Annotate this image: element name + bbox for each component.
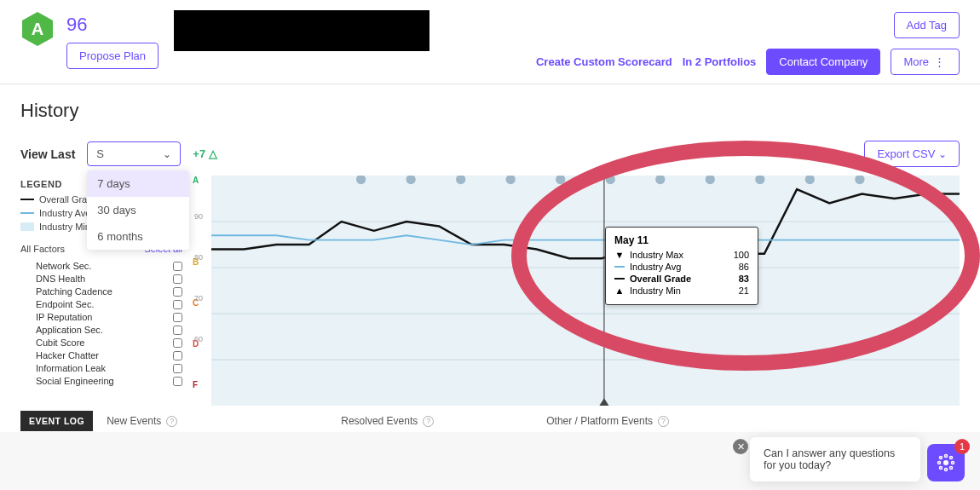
event-log-badge: EVENT LOG bbox=[20, 411, 93, 431]
chevron-down-icon: ⌄ bbox=[938, 148, 947, 160]
factor-label: Network Sec. bbox=[36, 261, 91, 271]
factor-row: Endpoint Sec. bbox=[36, 299, 182, 309]
score-delta: +7 △ bbox=[193, 147, 216, 160]
factor-checkbox[interactable] bbox=[173, 313, 182, 322]
factor-row: Cubit Score bbox=[36, 337, 182, 348]
factor-checkbox[interactable] bbox=[173, 326, 182, 335]
chat-prompt-text: Can I answer any questions for you today… bbox=[764, 447, 895, 471]
factor-checkbox[interactable] bbox=[173, 364, 182, 373]
all-factors-label: All Factors bbox=[20, 244, 65, 254]
factor-row: Application Sec. bbox=[36, 325, 182, 335]
chat-notification-badge: 1 bbox=[954, 439, 970, 454]
chart-tooltip: May 11 ▼Industry Max100Industry Avg86Ove… bbox=[605, 227, 758, 305]
app-header: A 96 Propose Plan Add Tag Create Custom … bbox=[0, 0, 980, 84]
factor-row: DNS Health bbox=[36, 274, 182, 284]
y-tick: 60 bbox=[194, 335, 203, 343]
dropdown-option-7days[interactable]: 7 days bbox=[87, 170, 189, 197]
factor-row: Network Sec. bbox=[36, 261, 182, 271]
svg-point-24 bbox=[952, 462, 954, 464]
history-chart: ABCDF90807060 Nov 1Dec 1Jan 1Feb 1Mar 1A… bbox=[189, 176, 960, 395]
chat-launcher-button[interactable]: 1 bbox=[927, 444, 965, 481]
factor-row: Information Leak bbox=[36, 363, 182, 373]
factor-row: Social Engineering bbox=[36, 376, 182, 386]
export-csv-button[interactable]: Export CSV ⌄ bbox=[864, 141, 960, 167]
svg-rect-1 bbox=[211, 176, 960, 406]
tooltip-row: Industry Avg86 bbox=[614, 262, 749, 272]
chat-close-button[interactable]: ✕ bbox=[733, 439, 748, 454]
propose-plan-button[interactable]: Propose Plan bbox=[66, 43, 159, 69]
factor-label: Hacker Chatter bbox=[36, 350, 99, 360]
y-tick: 80 bbox=[194, 253, 203, 262]
tab-resolved-events[interactable]: Resolved Events? bbox=[327, 410, 447, 432]
tooltip-row: ▼Industry Max100 bbox=[614, 250, 749, 260]
svg-point-28 bbox=[950, 467, 953, 470]
grade-letter: A bbox=[32, 20, 43, 39]
view-last-select[interactable]: S ⌄ bbox=[87, 141, 181, 166]
tooltip-row: ▲Industry Min21 bbox=[614, 285, 749, 296]
factor-checkbox[interactable] bbox=[173, 351, 182, 360]
svg-point-26 bbox=[950, 457, 953, 459]
svg-point-27 bbox=[940, 467, 943, 470]
svg-point-21 bbox=[945, 455, 948, 458]
page-title: History bbox=[20, 100, 960, 122]
factor-label: IP Reputation bbox=[36, 312, 92, 322]
help-icon[interactable]: ? bbox=[166, 416, 177, 427]
view-last-label: View Last bbox=[20, 147, 75, 161]
svg-point-20 bbox=[943, 460, 948, 465]
score-value: 96 bbox=[66, 14, 159, 36]
chat-popup: ✕ Can I answer any questions for you tod… bbox=[750, 437, 920, 481]
factor-row: Patching Cadence bbox=[36, 286, 182, 297]
tooltip-row: Overall Grade83 bbox=[614, 274, 749, 284]
contact-company-button[interactable]: Contact Company bbox=[766, 49, 880, 75]
y-tick: 70 bbox=[194, 294, 203, 303]
factor-label: Cubit Score bbox=[36, 337, 84, 348]
tab-new-events[interactable]: New Events? bbox=[93, 410, 191, 432]
factor-label: Patching Cadence bbox=[36, 286, 112, 297]
factor-checkbox[interactable] bbox=[173, 338, 182, 348]
factor-checkbox[interactable] bbox=[173, 262, 182, 271]
view-last-dropdown: 7 days 30 days 6 months bbox=[87, 170, 189, 250]
grade-hex-badge: A bbox=[20, 10, 55, 48]
in-portfolios-link[interactable]: In 2 Portfolios bbox=[683, 55, 757, 68]
svg-point-25 bbox=[940, 457, 943, 459]
factor-label: Social Engineering bbox=[36, 376, 114, 386]
more-button[interactable]: More⋮ bbox=[891, 49, 960, 75]
factor-checkbox[interactable] bbox=[173, 287, 182, 297]
company-name-redacted bbox=[174, 10, 429, 51]
y-grade-label: F bbox=[193, 380, 198, 389]
dropdown-option-30days[interactable]: 30 days bbox=[87, 197, 189, 223]
factor-label: Endpoint Sec. bbox=[36, 299, 95, 309]
factor-row: Hacker Chatter bbox=[36, 350, 182, 360]
factor-checkbox[interactable] bbox=[173, 300, 182, 309]
factor-row: IP Reputation bbox=[36, 312, 182, 322]
help-icon[interactable]: ? bbox=[658, 416, 669, 427]
tooltip-date: May 11 bbox=[614, 234, 749, 246]
tab-other-events[interactable]: Other / Platform Events? bbox=[533, 410, 683, 432]
svg-point-23 bbox=[938, 462, 941, 464]
dropdown-option-6months[interactable]: 6 months bbox=[87, 223, 189, 250]
factor-label: Information Leak bbox=[36, 363, 106, 373]
factor-checkbox[interactable] bbox=[173, 377, 182, 386]
chevron-down-icon: ⌄ bbox=[163, 148, 171, 160]
factor-label: Application Sec. bbox=[36, 325, 103, 335]
chat-icon bbox=[936, 453, 956, 473]
create-custom-scorecard-link[interactable]: Create Custom Scorecard bbox=[536, 55, 672, 68]
add-tag-button[interactable]: Add Tag bbox=[894, 12, 960, 38]
history-page: History View Last S ⌄ 7 days 30 days 6 m… bbox=[0, 84, 980, 432]
y-grade-label: A bbox=[193, 176, 199, 185]
factor-label: DNS Health bbox=[36, 274, 85, 284]
y-tick: 90 bbox=[194, 212, 203, 221]
help-icon[interactable]: ? bbox=[423, 416, 434, 427]
svg-point-22 bbox=[945, 469, 948, 471]
event-log-bar: EVENT LOG New Events? Resolved Events? O… bbox=[20, 410, 960, 432]
factor-checkbox[interactable] bbox=[173, 274, 182, 284]
